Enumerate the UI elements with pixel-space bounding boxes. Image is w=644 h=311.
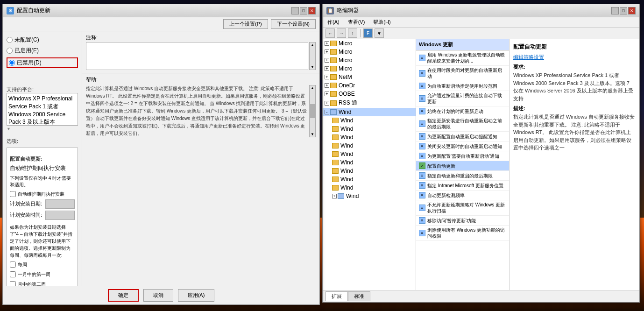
help-content: 指定此计算机是否通过 Windows 自动更新服务接收安全更新和其他重要下载。 … xyxy=(86,85,308,137)
menu-action[interactable]: 作(A) xyxy=(326,18,341,26)
policy-item-11[interactable]: ≡指定 Intranet Microsoft 更新服务位置 xyxy=(416,181,509,191)
policy-item-0[interactable]: ≡启用 Windows 更新电源管理以自动映醒系统来安装计划的... xyxy=(416,50,509,66)
tree-item-wind10[interactable]: Wind xyxy=(323,184,416,192)
tree-expand-2[interactable]: + xyxy=(325,49,329,54)
schedule-time-label: 计划安装时间: xyxy=(10,212,42,219)
tree-item-wind4[interactable]: Wind xyxy=(323,133,416,141)
tree-item-micro4[interactable]: + Micro xyxy=(323,64,416,73)
policy-item-2[interactable]: ≡为自动重新启动指定使用时段范围 xyxy=(416,81,509,91)
tree-expand-19[interactable]: + xyxy=(332,194,337,198)
tree-expand-7[interactable]: + xyxy=(325,92,329,96)
auto-maintain-checkbox[interactable]: 自动维护期间执行安装 xyxy=(10,191,75,198)
tree-item-wind7[interactable]: Wind xyxy=(323,158,416,167)
monthly-second-check-input[interactable] xyxy=(10,281,16,286)
policy-item-10[interactable]: ≡指定自动更新和重启的最后期限 xyxy=(416,171,509,181)
menu-view[interactable]: 查看(V) xyxy=(346,18,367,26)
policy-item-4[interactable]: ≡始终在计划的时间重新启动 xyxy=(416,106,509,116)
tree-item-onedr[interactable]: + OneDr xyxy=(323,81,416,90)
confirm-button[interactable]: 确定 xyxy=(108,289,139,302)
help-scroll-thumb[interactable] xyxy=(310,104,315,118)
cancel-button[interactable]: 取消 xyxy=(143,289,173,302)
tree-expand-4[interactable]: + xyxy=(325,66,329,71)
tb-policy-icon[interactable]: F xyxy=(363,28,373,38)
tree-expand-8[interactable]: + xyxy=(325,101,329,106)
radio-disabled[interactable]: 已禁用(D) xyxy=(7,57,78,68)
tb-back-icon[interactable]: ← xyxy=(326,28,335,38)
tb-up-icon[interactable]: ↑ xyxy=(348,28,357,38)
policy-item-5[interactable]: ≡指定更新安装进行自动重新启动之前的最后期限 xyxy=(416,116,509,132)
policy-item-9[interactable]: ✓配置自动更新 xyxy=(416,161,509,171)
policy-label-8: 为更新配置'需要自动重新启动'通知 xyxy=(427,153,499,159)
radio-enabled[interactable]: 已启用(E) xyxy=(7,47,78,55)
menu-help[interactable]: 帮助(H) xyxy=(371,18,392,26)
policy-list-panel: Windows 更新 ≡启用 Windows 更新电源管理以自动映醒系统来安装计… xyxy=(416,39,510,290)
radio-unconfigured[interactable]: 未配置(C) xyxy=(7,36,78,44)
tab-extend[interactable]: 扩展 xyxy=(326,291,348,301)
monthly-first-checkbox[interactable]: 一月中的第一周 xyxy=(10,271,75,278)
tree-item-wind8[interactable]: Wind xyxy=(323,167,416,175)
tab-standard[interactable]: 标准 xyxy=(348,291,370,301)
policy-item-14[interactable]: ≡移除访问'暂停更新'功能 xyxy=(416,216,509,226)
dialog-icon: ⚙ xyxy=(7,7,14,14)
gpe-maximize-button[interactable]: □ xyxy=(620,7,627,14)
gpe-minimize-button[interactable]: ─ xyxy=(611,7,619,14)
auto-maintain-check-input[interactable] xyxy=(10,191,16,197)
weekly-checkbox[interactable]: 每周 xyxy=(10,262,75,268)
tree-item-wind11[interactable]: + Wind xyxy=(323,192,416,200)
policy-item-6[interactable]: ≡为更新配置自动重新启动提醒通知 xyxy=(416,132,509,141)
policy-item-15[interactable]: ≡删除使用所有 Windows 更新功能的访问权限 xyxy=(416,226,509,241)
radio-disabled-input[interactable] xyxy=(9,60,15,66)
tree-item-micro1[interactable]: + Micro xyxy=(323,39,416,48)
tree-item-wind3[interactable]: Wind xyxy=(323,125,416,133)
tb-forward-icon[interactable]: → xyxy=(337,28,346,38)
gpe-close-button[interactable]: ✕ xyxy=(628,7,636,14)
monthly-first-check-input[interactable] xyxy=(10,271,16,277)
radio-unconfigured-input[interactable] xyxy=(7,37,13,43)
policy-icon-5: ≡ xyxy=(419,120,425,127)
close-button[interactable]: ✕ xyxy=(308,7,316,14)
schedule-time-input[interactable] xyxy=(45,211,75,220)
note-scrollbar[interactable]: ▲ ▼ xyxy=(309,42,316,70)
configure-auto-update-label: 配置自动更新: xyxy=(10,156,75,163)
apply-button[interactable]: 应用(A) xyxy=(178,289,215,302)
weekly-check-input[interactable] xyxy=(10,262,16,268)
policy-item-12[interactable]: ≡自动更新检测频率 xyxy=(416,191,509,200)
policy-item-13[interactable]: ≡不允许更新延期策略对 Windows 更新执行扫描 xyxy=(416,200,509,216)
policy-item-1[interactable]: ≡在使用时段关闭对更新的自动重新启动 xyxy=(416,66,509,81)
edit-policy-link[interactable]: 编辑策略设置 xyxy=(513,54,636,61)
tree-item-oobe[interactable]: + OOBE xyxy=(323,90,416,98)
prev-setting-button[interactable]: 上一个设置(P) xyxy=(223,19,268,29)
maximize-button[interactable]: □ xyxy=(300,7,307,14)
tree-item-netm[interactable]: + NetM xyxy=(323,73,416,81)
tree-expand-3[interactable]: + xyxy=(325,58,329,63)
description-section: 描述: 指定此计算机是否通过 Windows 自动更新服务接收安全更新和其他重要… xyxy=(513,105,636,152)
tree-item-wind6[interactable]: Wind xyxy=(323,150,416,158)
tree-expand-1[interactable]: + xyxy=(325,41,329,46)
tree-expand-5[interactable]: + xyxy=(325,75,329,79)
policy-item-3[interactable]: ≡允许通过按流量计费的连接自动下载更新 xyxy=(416,91,509,106)
tree-item-wind2[interactable]: Wind xyxy=(323,116,416,125)
tree-expand-6[interactable]: + xyxy=(325,83,329,88)
folder-icon-4 xyxy=(330,66,337,71)
radio-enabled-input[interactable] xyxy=(7,48,13,54)
minimize-button[interactable]: ─ xyxy=(291,7,299,14)
policy-label-15: 删除使用所有 Windows 更新功能的访问权限 xyxy=(427,227,506,239)
tree-item-rss[interactable]: + RSS 通 xyxy=(323,98,416,108)
next-setting-button[interactable]: 下一个设置(N) xyxy=(271,19,316,29)
help-scrollbar[interactable]: ▲ ▼ xyxy=(309,85,316,137)
policy-item-8[interactable]: ≡为更新配置'需要自动重新启动'通知 xyxy=(416,151,509,161)
tree-item-wind5[interactable]: Wind xyxy=(323,141,416,150)
policy-icon-8: ≡ xyxy=(419,153,425,159)
tree-item-wind9[interactable]: Wind xyxy=(323,175,416,184)
policy-item-7[interactable]: ≡关闭安装更新时的自动重新启动通知 xyxy=(416,141,509,151)
platform-text-box[interactable]: Windows XP Professional Service Pack 1 或… xyxy=(7,93,78,126)
tb-filter-icon[interactable]: ▼ xyxy=(375,28,384,38)
note-textarea[interactable] xyxy=(86,42,308,70)
monthly-second-checkbox[interactable]: 且中的第二周 xyxy=(10,281,75,286)
tree-item-micro2[interactable]: + Micro xyxy=(323,48,416,56)
options-section: 选项: 配置自动更新: 自动维护期间执行安装 下列设置仅在选中 4 时才需要和适… xyxy=(7,138,78,286)
schedule-date-input[interactable] xyxy=(45,199,75,209)
tree-item-wind1[interactable]: - Wind xyxy=(323,108,416,116)
tree-expand-9[interactable]: - xyxy=(325,110,329,114)
tree-item-micro3[interactable]: + Micro xyxy=(323,56,416,64)
